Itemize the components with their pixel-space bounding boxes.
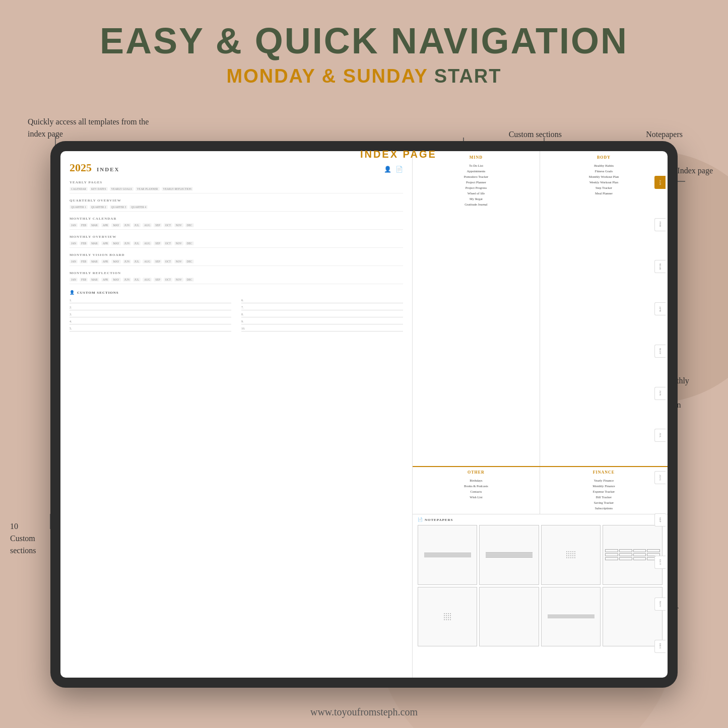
mc-aug[interactable]: AUG <box>143 223 152 227</box>
mv-dec[interactable]: DEC <box>185 259 194 263</box>
notepaper-dot-grid-2[interactable] <box>418 587 478 647</box>
mc-oct[interactable]: OCT <box>164 223 172 227</box>
mind-item-4[interactable]: Project Planner <box>418 179 535 185</box>
other-item-3[interactable]: Contacts <box>418 489 535 494</box>
mind-item-7[interactable]: My Ikigai <box>418 196 535 202</box>
tab-sep[interactable]: SEP <box>654 513 666 526</box>
custom-item-10: 10. <box>241 326 403 332</box>
mo-apr[interactable]: APR <box>101 241 110 245</box>
mc-dec[interactable]: DEC <box>185 223 194 227</box>
tab-jul[interactable]: JUL <box>654 429 666 442</box>
mr-jan[interactable]: JAN <box>70 278 78 282</box>
tab-dec[interactable]: DEC <box>654 640 666 653</box>
left-panel: 2025 INDEX 👤 📄 YEARLY PAGES CALENDAR KEY… <box>60 151 413 678</box>
custom-item-6: 6. <box>241 298 403 303</box>
mr-mar[interactable]: MAR <box>90 278 99 282</box>
mc-apr[interactable]: APR <box>101 223 110 227</box>
mc-jun[interactable]: JUN <box>123 223 131 227</box>
mo-sep[interactable]: SEP <box>154 241 161 245</box>
notepaper-lined-2[interactable] <box>479 525 539 585</box>
mr-jul[interactable]: JUL <box>133 278 141 282</box>
mr-feb[interactable]: FEB <box>80 278 88 282</box>
mo-feb[interactable]: FEB <box>80 241 88 245</box>
mv-may[interactable]: MAY <box>111 259 120 263</box>
notepaper-lined-3[interactable] <box>541 587 601 647</box>
finance-item-6[interactable]: Subscriptions <box>545 505 663 511</box>
mind-item-1[interactable]: To Do List <box>418 163 535 168</box>
mc-jul[interactable]: JUL <box>133 223 141 227</box>
tab-apr[interactable]: APR <box>654 302 666 315</box>
finance-item-1[interactable]: Yearly Finance <box>545 478 663 483</box>
tab-mar[interactable]: MAR <box>654 260 666 273</box>
mr-may[interactable]: MAY <box>111 278 120 282</box>
body-item-2[interactable]: Fitness Goals <box>545 168 663 174</box>
mc-sep[interactable]: SEP <box>154 223 161 227</box>
mc-feb[interactable]: FEB <box>80 223 88 227</box>
mv-jul[interactable]: JUL <box>133 259 141 263</box>
finance-item-3[interactable]: Expense Tracker <box>545 489 663 494</box>
mo-may[interactable]: MAY <box>111 241 120 245</box>
index-page-badge: INDEX PAGE <box>360 149 437 160</box>
mc-jan[interactable]: JAN <box>70 223 78 227</box>
finance-item-2[interactable]: Monthly Finance <box>545 483 663 489</box>
mv-jun[interactable]: JUN <box>123 259 131 263</box>
mr-jun[interactable]: JUN <box>123 278 131 282</box>
mr-aug[interactable]: AUG <box>143 278 152 282</box>
mv-oct[interactable]: OCT <box>164 259 172 263</box>
mv-nov[interactable]: NOV <box>174 259 183 263</box>
finance-item-4[interactable]: Bill Tracker <box>545 494 663 500</box>
notepaper-grid-1[interactable] <box>603 525 663 585</box>
mv-feb[interactable]: FEB <box>80 259 88 263</box>
mo-mar[interactable]: MAR <box>90 241 99 245</box>
mo-oct[interactable]: OCT <box>164 241 172 245</box>
other-item-2[interactable]: Books & Podcasts <box>418 483 535 489</box>
mr-nov[interactable]: NOV <box>174 278 183 282</box>
mc-may[interactable]: MAY <box>111 223 120 227</box>
yearly-item-planner: YEAR PLANNER <box>136 187 160 191</box>
tab-nov[interactable]: NOV <box>654 598 666 611</box>
mv-aug[interactable]: AUG <box>143 259 152 263</box>
body-item-6[interactable]: Meal Planner <box>545 190 663 196</box>
mind-item-8[interactable]: Gratitude Journal <box>418 202 535 207</box>
body-item-4[interactable]: Weekly Workout Plan <box>545 179 663 185</box>
body-item-5[interactable]: Step Tracker <box>545 185 663 190</box>
notepaper-blank[interactable] <box>479 587 539 647</box>
mr-sep[interactable]: SEP <box>154 278 161 282</box>
mv-mar[interactable]: MAR <box>90 259 99 263</box>
notepaper-blank-2[interactable] <box>603 587 663 647</box>
mc-nov[interactable]: NOV <box>174 223 183 227</box>
mind-item-3[interactable]: Pomodoro Tracker <box>418 174 535 179</box>
tab-oct[interactable]: OCT <box>654 556 666 569</box>
mind-item-2[interactable]: Appointments <box>418 168 535 174</box>
mo-jun[interactable]: JUN <box>123 241 131 245</box>
mv-sep[interactable]: SEP <box>154 259 161 263</box>
tab-jun[interactable]: JUN <box>654 387 666 400</box>
mv-apr[interactable]: APR <box>101 259 110 263</box>
monthly-overview-title: MONTHLY OVERVIEW <box>70 235 403 239</box>
mo-dec[interactable]: DEC <box>185 241 194 245</box>
finance-quadrant: FINANCE Yearly Finance Monthly Finance E… <box>540 467 668 514</box>
body-item-3[interactable]: Monthly Workout Plan <box>545 174 663 179</box>
mr-dec[interactable]: DEC <box>185 278 194 282</box>
monthly-vision-months: JAN FEB MAR APR MAY JUN JUL AUG SEP OCT … <box>70 259 403 263</box>
notepaper-lined-1[interactable] <box>418 525 478 585</box>
tab-aug[interactable]: AUG <box>654 471 666 484</box>
body-item-1[interactable]: Healthy Habits <box>545 163 663 168</box>
tab-may[interactable]: MAY <box>654 345 666 358</box>
mo-jul[interactable]: JUL <box>133 241 141 245</box>
mr-apr[interactable]: APR <box>101 278 110 282</box>
notepaper-dot-grid-1[interactable] <box>541 525 601 585</box>
mo-aug[interactable]: AUG <box>143 241 152 245</box>
mind-item-5[interactable]: Project Progress <box>418 185 535 190</box>
mv-jan[interactable]: JAN <box>70 259 78 263</box>
tab-feb[interactable]: FEB <box>654 218 666 231</box>
mr-oct[interactable]: OCT <box>164 278 172 282</box>
tab-jan[interactable]: JAN <box>654 176 666 189</box>
mc-mar[interactable]: MAR <box>90 223 99 227</box>
mind-item-6[interactable]: Wheel of life <box>418 190 535 196</box>
other-item-4[interactable]: Wish List <box>418 494 535 500</box>
mo-jan[interactable]: JAN <box>70 241 78 245</box>
mo-nov[interactable]: NOV <box>174 241 183 245</box>
finance-item-5[interactable]: Saving Tracker <box>545 500 663 505</box>
other-item-1[interactable]: Birthdays <box>418 478 535 483</box>
